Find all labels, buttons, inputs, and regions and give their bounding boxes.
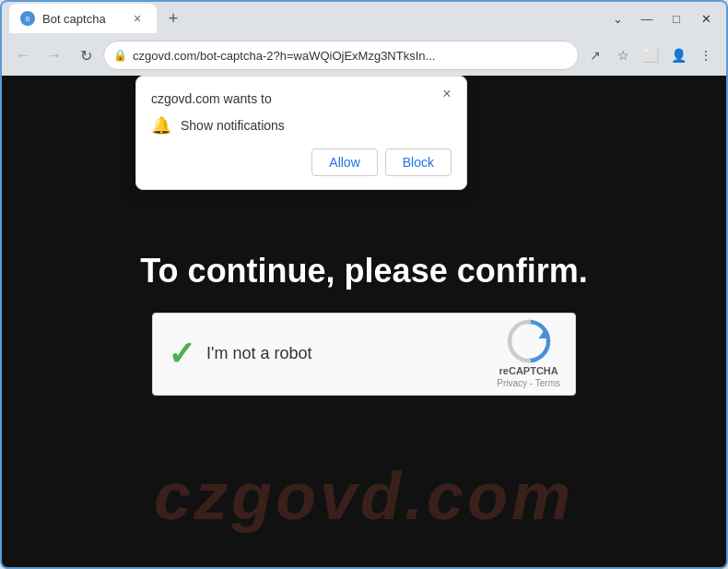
svg-text:B: B: [26, 16, 30, 22]
maximize-button[interactable]: □: [663, 8, 689, 29]
menu-button[interactable]: ⋮: [693, 42, 719, 68]
close-window-button[interactable]: ✕: [693, 8, 719, 29]
forward-button[interactable]: →: [41, 41, 68, 69]
recaptcha-brand: reCAPTCHA: [499, 365, 558, 376]
reload-button[interactable]: ↻: [72, 41, 100, 69]
split-view-button[interactable]: ⬜: [638, 42, 663, 68]
lock-icon: 🔒: [113, 49, 127, 62]
tab-close-button[interactable]: ×: [129, 10, 146, 27]
bookmark-button[interactable]: ☆: [610, 42, 636, 68]
notification-row: 🔔 Show notifications: [151, 115, 452, 136]
block-button[interactable]: Block: [385, 148, 452, 176]
tab-title: Bot captcha: [42, 12, 122, 26]
share-button[interactable]: ↗: [582, 42, 608, 68]
notification-text: Show notifications: [181, 118, 285, 133]
profile-button[interactable]: 👤: [665, 42, 691, 68]
bell-icon: 🔔: [151, 115, 171, 136]
popup-buttons: Allow Block: [151, 148, 452, 176]
browser-content: czgovd.com To continue, please confirm. …: [2, 76, 726, 569]
page-watermark: czgovd.com: [154, 458, 574, 534]
address-bar-actions: ↗ ☆ ⬜ 👤 ⋮: [582, 42, 719, 68]
new-tab-button[interactable]: +: [160, 6, 186, 31]
minimize-button[interactable]: —: [634, 8, 660, 29]
recaptcha-logo-icon: [507, 319, 551, 363]
back-button[interactable]: ←: [9, 41, 37, 69]
collapse-button[interactable]: ⌄: [605, 8, 630, 29]
address-bar[interactable]: 🔒 czgovd.com/bot-captcha-2?h=waWQiOjExMz…: [103, 41, 579, 70]
title-bar: B Bot captcha × + ⌄ — □ ✕: [2, 2, 726, 35]
browser-tab[interactable]: B Bot captcha ×: [9, 4, 157, 33]
window-controls: ⌄ — □ ✕: [605, 8, 719, 29]
notification-popup: × czgovd.com wants to 🔔 Show notificatio…: [135, 76, 467, 190]
recaptcha-logo-area: reCAPTCHA Privacy - Terms: [497, 319, 560, 388]
recaptcha-links: Privacy - Terms: [497, 378, 560, 388]
address-bar-row: ← → ↻ 🔒 czgovd.com/bot-captcha-2?h=waWQi…: [2, 35, 726, 76]
checkmark-icon: ✓: [168, 335, 195, 373]
page-confirm-text: To continue, please confirm.: [140, 252, 587, 290]
allow-button[interactable]: Allow: [311, 148, 377, 176]
recaptcha-checkbox-area[interactable]: ✓ I'm not a robot: [168, 335, 497, 373]
popup-title: czgovd.com wants to: [151, 91, 452, 106]
tab-favicon: B: [20, 11, 35, 26]
recaptcha-box: ✓ I'm not a robot reCAPTCHA Privacy - Te…: [152, 313, 576, 396]
popup-close-button[interactable]: ×: [437, 84, 457, 104]
robot-label: I'm not a robot: [206, 344, 312, 363]
url-text: czgovd.com/bot-captcha-2?h=waWQiOjExMzg3…: [133, 49, 569, 63]
